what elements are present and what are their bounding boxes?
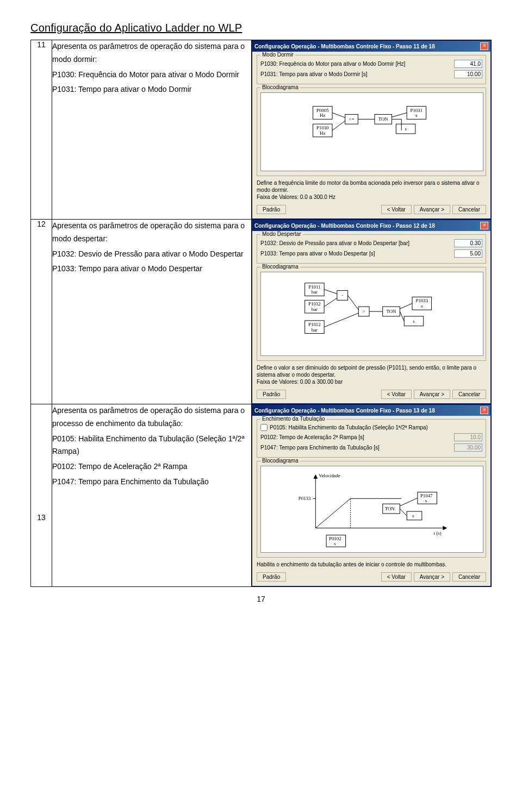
- svg-text:>: >: [363, 309, 365, 314]
- p1031-input[interactable]: [454, 70, 482, 78]
- svg-text:P1031: P1031: [411, 108, 423, 113]
- group-blocodiagrama: Blocodiagrama P1011bar P1032bar P1012bar: [257, 267, 486, 361]
- svg-text:-: -: [341, 292, 343, 298]
- row-number: 13: [31, 404, 52, 587]
- close-icon[interactable]: ✕: [480, 407, 488, 414]
- param-label: P1033: Tempo para ativar o Modo Desperta…: [260, 251, 454, 257]
- dialog-wizard: Configuração Operação - Multibombas Cont…: [252, 404, 491, 586]
- svg-text:TON: TON: [385, 506, 395, 511]
- table-row: 12 Apresenta os parâmetros de operação d…: [31, 220, 492, 404]
- svg-text:t (s): t (s): [434, 530, 442, 536]
- svg-text:s: s: [412, 513, 414, 519]
- voltar-button[interactable]: < Voltar: [381, 205, 412, 214]
- desc-intro: Apresenta os parâmetros de operação do s…: [52, 40, 251, 66]
- desc-intro: Apresenta os parâmetros de operação do s…: [52, 404, 251, 430]
- svg-text:P0133: P0133: [299, 496, 311, 501]
- p0105-checkbox[interactable]: [260, 424, 268, 431]
- svg-rect-50: [262, 466, 482, 552]
- svg-rect-22: [262, 272, 482, 355]
- cancelar-button[interactable]: Cancelar: [452, 390, 486, 399]
- p1047-input: [454, 444, 482, 452]
- dialog-title: Configuração Operação - Multibombas Cont…: [254, 223, 435, 229]
- svg-text:bar: bar: [312, 327, 318, 333]
- cancelar-button[interactable]: Cancelar: [452, 205, 486, 214]
- group-blocodiagrama: Blocodiagrama P0005Hz P1030Hz <=: [257, 88, 486, 176]
- svg-text:TON: TON: [378, 116, 389, 122]
- dialog-titlebar: Configuração Operação - Multibombas Cont…: [252, 405, 490, 416]
- help-text: Define a frequência limite do motor da b…: [257, 179, 486, 193]
- group-blocodiagrama: Blocodiagrama Velocidade t (s): [257, 461, 486, 558]
- desc-intro: Apresenta os parâmetros de operação do s…: [52, 220, 251, 246]
- row-description: Apresenta os parâmetros de operação do s…: [52, 220, 252, 404]
- voltar-button[interactable]: < Voltar: [381, 390, 412, 399]
- group-label: Enchimento da Tubulação: [260, 416, 327, 422]
- svg-text:s: s: [334, 541, 336, 546]
- table-row: 13 Apresenta os parâmetros de operação d…: [31, 404, 492, 587]
- p0102-input: [454, 433, 482, 441]
- dialog-title: Configuração Operação - Multibombas Cont…: [254, 43, 435, 49]
- svg-text:s: s: [415, 113, 418, 118]
- desc-line: P0102: Tempo de Aceleração 2ª Rampa: [52, 460, 251, 473]
- dialog-titlebar: Configuração Operação - Multibombas Cont…: [252, 41, 490, 52]
- svg-text:s: s: [413, 318, 415, 324]
- page-title: Configuração do Aplicativo Ladder no WLP: [30, 22, 492, 34]
- bloco-label: Blocodiagrama: [260, 458, 300, 464]
- voltar-button[interactable]: < Voltar: [381, 572, 412, 582]
- bloco-label: Blocodiagrama: [260, 264, 300, 270]
- svg-text:bar: bar: [312, 307, 318, 312]
- svg-text:bar: bar: [312, 289, 318, 295]
- help-text: Habilita o enchimento da tubulação antes…: [257, 561, 486, 568]
- desc-line: P1032: Desvio de Pressão para ativar o M…: [52, 248, 251, 261]
- svg-text:P1011: P1011: [308, 284, 320, 290]
- dialog-wizard: Configuração Operação - Multibombas Cont…: [252, 220, 491, 404]
- close-icon[interactable]: ✕: [480, 222, 488, 229]
- close-icon[interactable]: ✕: [480, 42, 488, 50]
- svg-text:Velocidade: Velocidade: [319, 473, 340, 478]
- block-diagram: Velocidade t (s) P0133 P0102s: [260, 466, 483, 553]
- svg-text:s: s: [425, 498, 427, 503]
- page-number: 17: [30, 595, 492, 603]
- desc-line: P1031: Tempo para ativar o Modo Dormir: [52, 83, 251, 96]
- svg-text:TON: TON: [386, 309, 396, 314]
- p1030-input[interactable]: [454, 60, 482, 68]
- p1032-input[interactable]: [454, 239, 482, 247]
- param-label: P1032: Desvio de Pressão para ativar o M…: [260, 240, 454, 246]
- block-diagram: P0005Hz P1030Hz <= TON: [260, 92, 483, 171]
- avancar-button[interactable]: Avançar >: [414, 572, 450, 582]
- svg-rect-0: [262, 93, 482, 171]
- help-text: Define o valor a ser diminuído do setpoi…: [257, 364, 486, 378]
- avancar-button[interactable]: Avançar >: [414, 390, 450, 399]
- svg-text:P0005: P0005: [316, 108, 329, 113]
- padrao-button[interactable]: Padrão: [257, 390, 286, 399]
- table-row: 11 Apresenta os parâmetros de operação d…: [31, 40, 492, 220]
- block-diagram: P1011bar P1032bar P1012bar -: [260, 272, 483, 356]
- help-range: Faixa de Valores: 0.0 a 300.0 Hz: [257, 193, 486, 201]
- avancar-button[interactable]: Avançar >: [414, 205, 450, 214]
- group-label: Modo Despertar: [260, 231, 303, 237]
- svg-text:s: s: [405, 126, 407, 132]
- svg-text:Hz: Hz: [320, 130, 325, 136]
- svg-text:P1030: P1030: [316, 125, 329, 130]
- group-enchimento: Enchimento da Tubulação P0105: Habilita …: [257, 419, 486, 458]
- p1033-input[interactable]: [454, 249, 482, 258]
- group-label: Modo Dormir: [260, 52, 295, 58]
- dialog-title: Configuração Operação - Multibombas Cont…: [254, 408, 435, 414]
- cancelar-button[interactable]: Cancelar: [452, 572, 486, 582]
- svg-text:P1012: P1012: [308, 322, 321, 327]
- group-modo-despertar: Modo Despertar P1032: Desvio de Pressão …: [257, 234, 486, 264]
- svg-text:s: s: [421, 303, 423, 309]
- bloco-label: Blocodiagrama: [260, 84, 300, 90]
- row-description: Apresenta os parâmetros de operação do s…: [52, 40, 252, 220]
- dialog-wizard: Configuração Operação - Multibombas Cont…: [252, 40, 491, 219]
- svg-text:<=: <=: [349, 116, 355, 122]
- content-table: 11 Apresenta os parâmetros de operação d…: [30, 40, 492, 587]
- row-number: 12: [31, 220, 52, 404]
- padrao-button[interactable]: Padrão: [257, 205, 286, 214]
- desc-line: P0105: Habilita Enchimento da Tubulação …: [52, 433, 251, 459]
- padrao-button[interactable]: Padrão: [257, 572, 286, 582]
- help-range: Faixa de Valores: 0.00 a 300.00 bar: [257, 378, 486, 385]
- param-label: P0102: Tempo de Aceleração 2ª Rampa [s]: [260, 434, 454, 440]
- group-modo-dormir: Modo Dormir P1030: Frequência do Motor p…: [257, 55, 486, 84]
- dialog-titlebar: Configuração Operação - Multibombas Cont…: [252, 220, 490, 231]
- param-label: P1031: Tempo para ativar o Modo Dormir […: [260, 71, 454, 77]
